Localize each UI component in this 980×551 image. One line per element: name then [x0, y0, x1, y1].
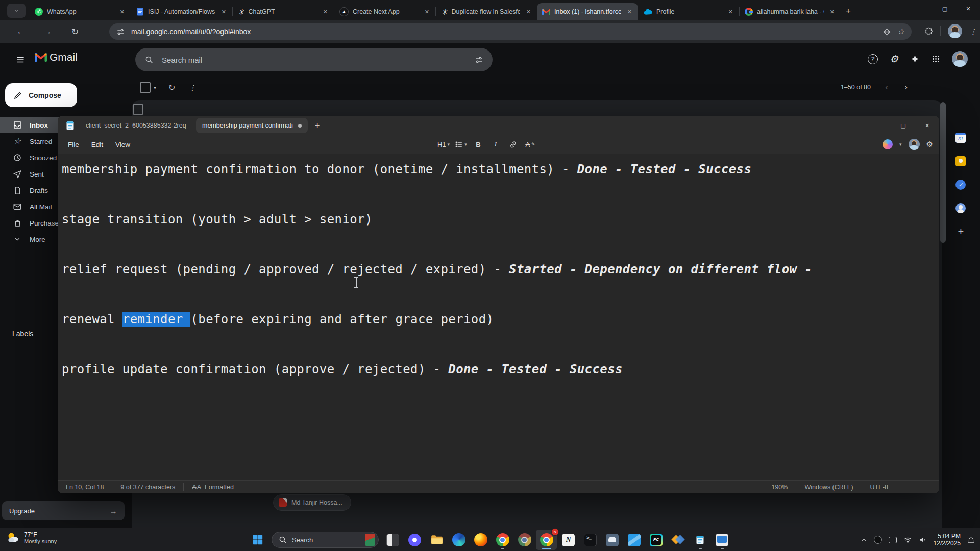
copilot-caret-icon[interactable]: ▾	[899, 142, 902, 147]
rail-calendar-button[interactable]	[951, 129, 970, 147]
browser-tab-6[interactable]: Inbox (1) - ishann.tforce@✕	[537, 3, 638, 20]
tab-close-icon[interactable]: ✕	[828, 8, 837, 16]
google-apps-grid-icon[interactable]	[932, 55, 940, 63]
taskbar-app-firefox[interactable]	[470, 530, 491, 550]
extensions-puzzle-icon[interactable]	[924, 27, 933, 36]
browser-tab-8[interactable]: allahumma barik laha - Go✕	[740, 3, 841, 20]
minimize-icon[interactable]: ─	[910, 0, 933, 17]
taskbar-app-loom[interactable]	[404, 530, 425, 550]
tray-circle-app-icon[interactable]	[874, 536, 882, 544]
back-button[interactable]: ←	[13, 24, 29, 39]
bookmark-star-icon[interactable]: ☆	[897, 28, 904, 36]
reload-button[interactable]: ↻	[67, 24, 83, 39]
taskbar-app-pgadmin[interactable]	[602, 530, 623, 550]
new-tab-button[interactable]: +	[846, 6, 851, 16]
taskbar-app-folder[interactable]	[426, 530, 447, 550]
encoding[interactable]: UTF-8	[862, 483, 896, 491]
tab-close-icon[interactable]: ✕	[118, 8, 127, 16]
rail-tasks-button[interactable]: ✓	[951, 176, 970, 194]
search-icon[interactable]	[144, 55, 154, 64]
notepad-account-avatar[interactable]	[909, 139, 920, 150]
select-all-checkbox[interactable]	[140, 82, 151, 93]
taskbar-app-notion[interactable]: N	[558, 530, 579, 550]
help-icon[interactable]: ?	[868, 54, 878, 64]
row-checkbox[interactable]	[133, 104, 143, 115]
taskbar-search[interactable]: Search	[272, 532, 379, 548]
taskbar-app-panelapp[interactable]	[382, 530, 403, 550]
notepad-close-icon[interactable]: ✕	[915, 116, 939, 135]
maximize-icon[interactable]: ▢	[933, 0, 957, 17]
rail-keep-button[interactable]	[951, 152, 970, 170]
taskbar-app-edge[interactable]	[448, 530, 469, 550]
browser-tab-4[interactable]: ▲Create Next App✕	[334, 3, 435, 20]
browser-tab-2[interactable]: ISIJ - Automation/Flows S✕	[131, 3, 232, 20]
search-filter-icon[interactable]	[475, 56, 483, 64]
heading-dropdown[interactable]: H1▾	[436, 138, 451, 151]
tray-panel-icon[interactable]	[889, 537, 897, 543]
menu-file[interactable]: File	[62, 138, 85, 151]
gmail-account-avatar[interactable]	[952, 51, 968, 67]
older-page-icon[interactable]: ›	[899, 81, 913, 94]
editor-area[interactable]: membership payment confirmation to donor…	[58, 154, 939, 480]
taskbar-clock[interactable]: 5:04 PM 12/2/2025	[934, 533, 961, 547]
chat-popup[interactable]: Md Tanjir Hossa...	[273, 494, 351, 511]
editor-line-5[interactable]: relief request (pending / approved / rej…	[62, 257, 939, 282]
search-promo-image[interactable]	[365, 534, 375, 546]
address-bar[interactable]: mail.google.com/mail/u/0/?ogbl#inbox ☆	[109, 23, 912, 40]
editor-line-2[interactable]	[62, 182, 939, 207]
taskbar-app-chrome[interactable]: S	[536, 530, 557, 550]
code-diamond-icon[interactable]	[883, 28, 891, 36]
editor-line-3[interactable]: stage transition (youth > adult > senior…	[62, 207, 939, 232]
notepad-tab-2[interactable]: membership payment confirmation	[196, 118, 308, 133]
editor-line-4[interactable]	[62, 232, 939, 257]
taskbar-app-chrome[interactable]	[492, 530, 513, 550]
weather-widget[interactable]: 77°F Mostly sunny	[6, 531, 57, 544]
taskbar-app-vscode[interactable]	[624, 530, 645, 550]
main-menu-button[interactable]	[11, 51, 30, 69]
upgrade-arrow-icon[interactable]: →	[102, 501, 125, 520]
gemini-sparkle-icon[interactable]	[910, 54, 920, 64]
close-icon[interactable]: ✕	[957, 0, 980, 17]
start-button[interactable]	[247, 530, 268, 550]
browser-profile-avatar[interactable]	[948, 24, 962, 38]
rail-plusrail-button[interactable]: +	[951, 222, 970, 241]
link-button[interactable]	[506, 138, 520, 151]
forward-button[interactable]: →	[40, 24, 55, 39]
editor-line-1[interactable]: membership payment confirmation to donor…	[62, 157, 939, 182]
mail-scrollbar-thumb[interactable]	[940, 102, 946, 243]
menu-edit[interactable]: Edit	[85, 138, 109, 151]
settings-gear-icon[interactable]: ⚙	[890, 54, 898, 64]
site-settings-icon[interactable]	[116, 28, 125, 36]
editor-line-8[interactable]	[62, 332, 939, 357]
notepad-settings-gear-icon[interactable]: ⚙	[926, 140, 933, 149]
rail-contacts-button[interactable]	[951, 199, 970, 217]
tab-close-icon[interactable]: ✕	[524, 8, 533, 16]
zoom-level[interactable]: 190%	[763, 483, 796, 491]
menu-view[interactable]: View	[109, 138, 136, 151]
taskbar-app-terminal[interactable]: >_	[580, 530, 601, 550]
notepad-minimize-icon[interactable]: ─	[867, 116, 891, 135]
tray-expand-icon[interactable]	[861, 537, 867, 543]
tab-search-button[interactable]	[7, 4, 26, 18]
taskbar-app-chromedull[interactable]	[514, 530, 535, 550]
select-caret-icon[interactable]: ▾	[154, 85, 156, 90]
upgrade-button[interactable]: Upgrade →	[2, 501, 125, 520]
url-text[interactable]: mail.google.com/mail/u/0/?ogbl#inbox	[131, 28, 876, 36]
wifi-icon[interactable]	[903, 536, 912, 544]
list-dropdown[interactable]: ▾	[454, 138, 468, 151]
italic-button[interactable]: I	[488, 138, 503, 151]
more-options-icon[interactable]: ⋮	[188, 84, 196, 91]
browser-tab-5[interactable]: ✳Duplicate flow in Salesfor✕	[436, 3, 537, 20]
notepad-maximize-icon[interactable]: ▢	[891, 116, 915, 135]
formatted-indicator[interactable]: AAFormatted	[184, 483, 242, 491]
tab-close-icon[interactable]: ✕	[625, 8, 634, 16]
volume-icon[interactable]	[919, 536, 927, 544]
taskbar-app-diamondapp[interactable]	[668, 530, 689, 550]
notepad-tab-1[interactable]: client_secret_2_60053885332-2reqe52rribc	[80, 118, 192, 133]
taskbar-app-notepadapp[interactable]	[690, 530, 710, 550]
browser-menu-icon[interactable]: ⋮	[969, 28, 977, 35]
tab-close-icon[interactable]: ✕	[423, 8, 431, 16]
refresh-icon[interactable]: ↻	[168, 83, 175, 92]
taskbar-app-monitorapp[interactable]	[712, 530, 732, 550]
browser-tab-1[interactable]: ✆WhatsApp✕	[30, 3, 131, 20]
